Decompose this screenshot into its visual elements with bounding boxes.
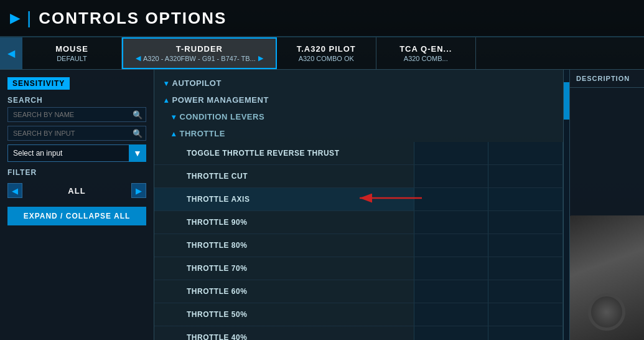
- cell-throttle-50-1[interactable]: [414, 303, 488, 326]
- tab-mouse[interactable]: MOUSE DEFAULT: [22, 37, 122, 69]
- control-throttle-90-cells: [414, 211, 563, 234]
- filter-value-label: ALL: [26, 186, 128, 196]
- tab-sub-next-icon[interactable]: ▶: [258, 54, 263, 62]
- tab-tca-q-eng-sub: A320 COMB...: [404, 55, 448, 62]
- right-panel: DESCRIPTION: [569, 70, 644, 340]
- cell-toggle-throttle-1[interactable]: [414, 142, 488, 164]
- cell-throttle-60-1[interactable]: [414, 280, 488, 303]
- control-toggle-throttle-cells: [414, 142, 563, 164]
- cell-toggle-throttle-2[interactable]: [488, 142, 563, 164]
- control-toggle-throttle-name: TOGGLE THROTTLE REVERSE THRUST: [187, 145, 414, 161]
- cell-throttle-90-1[interactable]: [414, 211, 488, 234]
- control-throttle-40-cells: [414, 326, 563, 340]
- control-row-throttle-70[interactable]: THROTTLE 70%: [154, 257, 563, 280]
- category-condition-levers[interactable]: ▾ CONDITION LEVERS: [154, 108, 563, 125]
- condition-levers-chevron: ▾: [172, 113, 176, 121]
- select-input-wrapper: Select an input ▼: [7, 144, 146, 162]
- sensitivity-label[interactable]: SENSITIVITY: [7, 77, 70, 90]
- control-throttle-70-cells: [414, 257, 563, 280]
- throttle-label: THROTTLE: [180, 129, 225, 138]
- category-throttle[interactable]: ▴ THROTTLE: [154, 125, 563, 142]
- filter-section-title: FILTER: [7, 168, 146, 177]
- cell-throttle-80-1[interactable]: [414, 234, 488, 257]
- power-mgmt-label: POWER MANAGEMENT: [172, 95, 269, 105]
- cell-throttle-40-1[interactable]: [414, 326, 488, 340]
- search-section-title: SEARCH: [7, 96, 146, 105]
- cell-throttle-90-2[interactable]: [488, 211, 563, 234]
- filter-prev-button[interactable]: ◀: [7, 183, 22, 198]
- select-input-dropdown[interactable]: Select an input: [7, 144, 146, 162]
- cell-throttle-70-2[interactable]: [488, 257, 563, 280]
- control-throttle-60-name: THROTTLE 60%: [187, 283, 414, 300]
- device-thumbnail-area: [570, 88, 644, 340]
- back-arrow-icon[interactable]: ▶: [10, 11, 19, 26]
- expand-collapse-button[interactable]: EXPAND / COLLAPSE ALL: [7, 207, 146, 225]
- category-power-mgmt[interactable]: ▴ POWER MANAGEMENT: [154, 92, 563, 108]
- tab-bar: ◀ MOUSE DEFAULT T-RUDDER ◀ A320 - A320FB…: [0, 37, 644, 70]
- category-autopilot[interactable]: ▾ AUTOPILOT: [154, 75, 563, 92]
- search-by-input-input[interactable]: [7, 126, 146, 141]
- autopilot-chevron: ▾: [164, 79, 169, 88]
- search-section: SEARCH 🔍 🔍 Select an input ▼: [7, 96, 146, 162]
- header-separator: |: [27, 8, 31, 28]
- control-throttle-50-name: THROTTLE 50%: [187, 306, 414, 323]
- search-input-icon: 🔍: [133, 129, 142, 138]
- search-name-icon: 🔍: [133, 110, 142, 120]
- filter-row: ◀ ALL ▶: [7, 183, 146, 198]
- throttle-chevron: ▴: [172, 130, 176, 138]
- control-throttle-70-name: THROTTLE 70%: [187, 260, 414, 276]
- sidebar: SENSITIVITY SEARCH 🔍 🔍 Sele: [0, 70, 154, 340]
- tab-mouse-label: MOUSE: [55, 44, 88, 54]
- tab-tca-q-eng[interactable]: TCA Q-EN... A320 COMB...: [376, 37, 476, 69]
- filter-next-button[interactable]: ▶: [131, 183, 146, 198]
- main-content: ▾ AUTOPILOT ▴ POWER MANAGEMENT ▾ CONDITI…: [154, 70, 563, 340]
- cell-throttle-axis-2[interactable]: [488, 188, 563, 210]
- filter-section: FILTER ◀ ALL ▶: [7, 168, 146, 198]
- control-throttle-40-name: THROTTLE 40%: [187, 329, 414, 340]
- control-row-throttle-60[interactable]: THROTTLE 60%: [154, 280, 563, 303]
- control-row-throttle-80[interactable]: THROTTLE 80%: [154, 234, 563, 257]
- tab-t-a320-pilot[interactable]: T.A320 PILOT A320 COMBO OK: [277, 37, 376, 69]
- cell-throttle-80-2[interactable]: [488, 234, 563, 257]
- cell-throttle-cut-2[interactable]: [488, 165, 563, 187]
- control-row-throttle-cut[interactable]: THROTTLE CUT: [154, 165, 563, 188]
- control-row-throttle-40[interactable]: THROTTLE 40%: [154, 326, 563, 340]
- control-throttle-60-cells: [414, 280, 563, 303]
- cell-throttle-40-2[interactable]: [488, 326, 563, 340]
- tab-tca-q-eng-label: TCA Q-EN...: [399, 44, 452, 54]
- scrollbar[interactable]: [563, 70, 569, 340]
- control-throttle-cut-name: THROTTLE CUT: [187, 168, 414, 184]
- tab-sub-prev-icon[interactable]: ◀: [136, 54, 141, 62]
- control-throttle-80-name: THROTTLE 80%: [187, 237, 414, 253]
- content-area: SENSITIVITY SEARCH 🔍 🔍 Sele: [0, 70, 644, 340]
- controls-list: ▾ AUTOPILOT ▴ POWER MANAGEMENT ▾ CONDITI…: [154, 70, 563, 340]
- tab-mouse-sub: DEFAULT: [57, 55, 87, 62]
- tab-t-rudder[interactable]: T-RUDDER ◀ A320 - A320FBW - G91 - B747- …: [122, 37, 277, 69]
- tab-scroll-left-button[interactable]: ◀: [0, 37, 22, 69]
- search-by-input-wrapper: 🔍: [7, 126, 146, 141]
- page-title: CONTROLS OPTIONS: [39, 9, 226, 28]
- device-image: [570, 215, 644, 340]
- tab-t-a320-pilot-label: T.A320 PILOT: [297, 44, 356, 54]
- cell-throttle-70-1[interactable]: [414, 257, 488, 280]
- power-mgmt-chevron: ▴: [164, 96, 169, 105]
- cell-throttle-60-2[interactable]: [488, 280, 563, 303]
- control-throttle-axis-cells: [414, 188, 563, 210]
- description-header: DESCRIPTION: [570, 70, 644, 88]
- control-throttle-80-cells: [414, 234, 563, 257]
- control-row-toggle-throttle[interactable]: TOGGLE THROTTLE REVERSE THRUST: [154, 142, 563, 165]
- search-by-name-input[interactable]: [7, 107, 146, 122]
- control-throttle-50-cells: [414, 303, 563, 326]
- cell-throttle-cut-1[interactable]: [414, 165, 488, 187]
- control-row-throttle-90[interactable]: THROTTLE 90%: [154, 211, 563, 234]
- sensitivity-section: SENSITIVITY: [7, 77, 146, 90]
- tab-t-rudder-sub-row: ◀ A320 - A320FBW - G91 - B747- TB... ▶: [136, 54, 263, 62]
- control-row-throttle-50[interactable]: THROTTLE 50%: [154, 303, 563, 326]
- control-row-throttle-axis[interactable]: THROTTLE AXIS: [154, 188, 563, 211]
- device-wheel: [588, 293, 625, 331]
- header: ▶ | CONTROLS OPTIONS: [0, 0, 644, 37]
- tab-t-a320-pilot-sub: A320 COMBO OK: [299, 55, 354, 62]
- control-throttle-90-name: THROTTLE 90%: [187, 214, 414, 230]
- tab-t-rudder-label: T-RUDDER: [176, 44, 223, 54]
- cell-throttle-50-2[interactable]: [488, 303, 563, 326]
